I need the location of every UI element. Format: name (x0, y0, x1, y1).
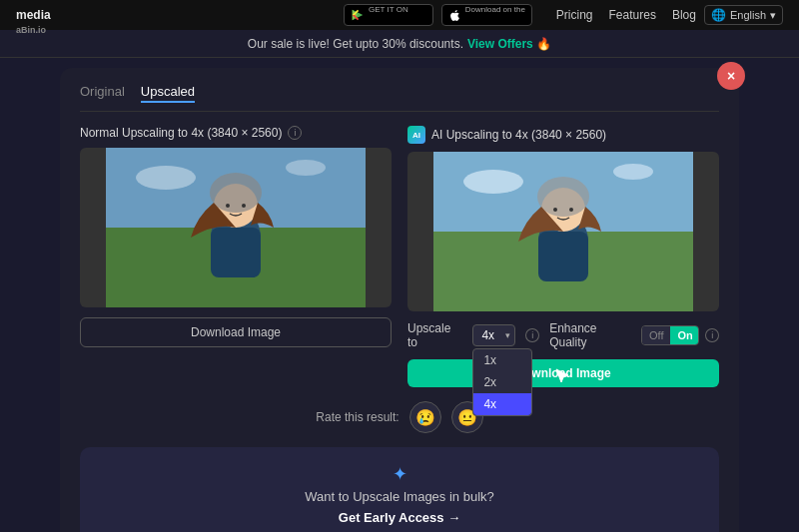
quality-toggle[interactable]: Off On (641, 325, 699, 345)
svg-point-6 (210, 173, 262, 213)
left-info-icon[interactable]: i (288, 126, 302, 140)
right-info-icon[interactable]: i (525, 328, 539, 342)
toggle-off-label: Off (642, 326, 670, 344)
left-image-container (80, 148, 392, 307)
svg-point-18 (553, 208, 557, 212)
svg-point-3 (286, 160, 326, 176)
pricing-link[interactable]: Pricing (556, 8, 593, 22)
right-col-title: AI Upscaling to 4x (3840 × 2560) (431, 128, 606, 142)
right-image (407, 152, 719, 311)
svg-point-9 (242, 204, 246, 208)
upscale-dropdown: 1x 2x 4x (472, 348, 532, 416)
tabs-container: Original Upscaled (80, 84, 719, 112)
sale-banner: Our sale is live! Get upto 30% discounts… (0, 30, 799, 58)
option-2x[interactable]: 2x (473, 371, 531, 393)
cursor-icon (554, 367, 572, 391)
bulk-title: Want to Upscale Images in bulk? (96, 489, 703, 504)
normal-upscale-col: Normal Upscaling to 4x (3840 × 2560) i (80, 126, 392, 387)
upscale-select-wrapper: 4x ▾ 1x 2x 4x (472, 324, 515, 346)
left-col-header: Normal Upscaling to 4x (3840 × 2560) i (80, 126, 392, 140)
app-store-badge[interactable]: Download on the App Store (441, 4, 532, 26)
view-offers-link[interactable]: View Offers 🔥 (467, 37, 551, 51)
bulk-cta-section: ✦ Want to Upscale Images in bulk? Get Ea… (80, 447, 719, 532)
ai-icon: AI (407, 126, 425, 144)
svg-point-13 (613, 164, 653, 180)
enhance-quality-section: Enhance Quality Off On i (549, 321, 719, 349)
svg-rect-7 (211, 228, 261, 277)
right-col-header: AI AI Upscaling to 4x (3840 × 2560) (407, 126, 719, 144)
option-4x[interactable]: 4x (473, 393, 531, 415)
language-selector[interactable]: 🌐 English ▾ (704, 5, 783, 25)
nav-links: Pricing Features Blog (556, 8, 696, 22)
right-download-wrapper: Download Image (407, 359, 719, 387)
features-link[interactable]: Features (609, 8, 656, 22)
sad-emoji-button[interactable]: 😢 (409, 401, 441, 433)
main-modal: × Original Upscaled Normal Upscaling to … (60, 68, 739, 532)
right-image-container (407, 152, 719, 311)
enhance-label: Enhance Quality (549, 321, 635, 349)
left-image (80, 148, 392, 307)
bulk-icon: ✦ (96, 463, 703, 485)
svg-point-8 (226, 204, 230, 208)
comparison-container: Normal Upscaling to 4x (3840 × 2560) i (80, 126, 719, 387)
logo: media aBin.io (16, 8, 51, 36)
rating-label: Rate this result: (316, 410, 399, 424)
svg-point-12 (463, 170, 523, 194)
close-button[interactable]: × (717, 62, 745, 90)
blog-link[interactable]: Blog (672, 8, 696, 22)
upscale-select[interactable]: 4x (472, 324, 515, 346)
svg-point-19 (569, 208, 573, 212)
rating-section: Rate this result: 😢 😐 (80, 401, 719, 433)
svg-rect-17 (538, 232, 588, 281)
svg-point-16 (537, 177, 589, 217)
ai-upscale-col: AI AI Upscaling to 4x (3840 × 2560) (407, 126, 719, 387)
left-download-button[interactable]: Download Image (80, 317, 392, 347)
controls-row: Upscale to 4x ▾ 1x 2x 4x i Enhance Quali (407, 321, 719, 349)
toggle-on-label: On (670, 326, 699, 344)
tab-original[interactable]: Original (80, 84, 125, 103)
svg-point-2 (136, 166, 196, 190)
bulk-cta-link[interactable]: Get Early Access → (339, 510, 460, 525)
option-1x[interactable]: 1x (473, 349, 531, 371)
google-play-badge[interactable]: GET IT ON Google Play (344, 4, 433, 26)
upscale-label: Upscale to (407, 321, 462, 349)
left-col-title: Normal Upscaling to 4x (3840 × 2560) (80, 126, 282, 140)
top-nav: media aBin.io GET IT ON Google Play Down… (0, 0, 799, 30)
tab-upscaled[interactable]: Upscaled (141, 84, 195, 103)
enhance-info-icon[interactable]: i (705, 328, 719, 342)
